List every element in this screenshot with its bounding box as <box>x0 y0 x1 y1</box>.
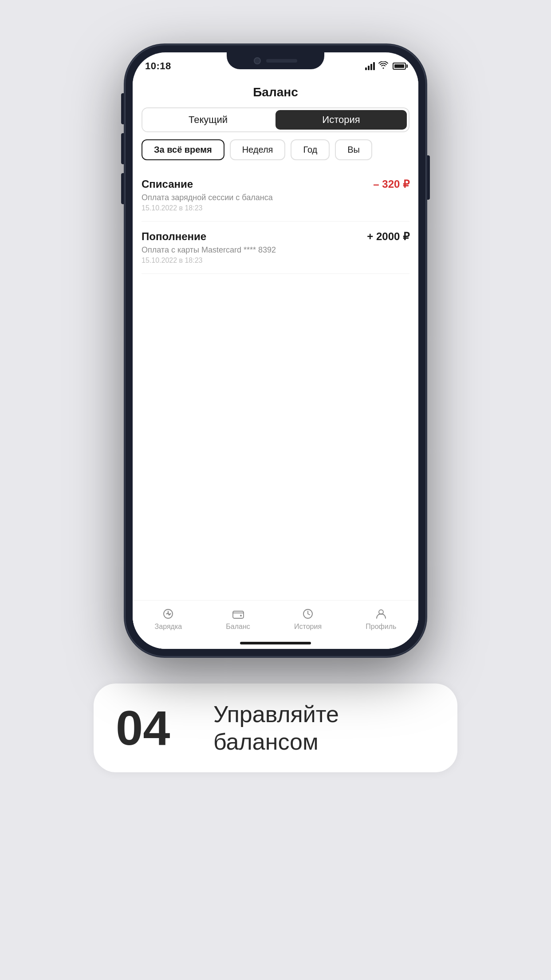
nav-item-balance[interactable]: Баланс <box>226 607 250 631</box>
filter-week[interactable]: Неделя <box>230 139 286 160</box>
transaction-name: Списание <box>142 178 193 190</box>
caption-text: Управляйте балансом <box>213 700 435 756</box>
filter-all-time[interactable]: За всё время <box>142 139 224 160</box>
transaction-name: Пополнение <box>142 230 206 243</box>
transaction-item: Пополнение + 2000 ₽ Оплата с карты Maste… <box>142 221 409 274</box>
nav-item-history[interactable]: История <box>294 607 322 631</box>
front-camera <box>254 57 261 64</box>
phone-screen: 10:18 <box>133 52 418 649</box>
charge-icon <box>161 607 175 621</box>
transaction-header: Пополнение + 2000 ₽ <box>142 230 409 243</box>
tab-switcher[interactable]: Текущий История <box>142 107 409 132</box>
transaction-amount: + 2000 ₽ <box>367 230 409 243</box>
filter-custom[interactable]: Вы <box>335 139 372 160</box>
phone-mockup: 10:18 <box>125 44 426 657</box>
caption-number: 04 <box>116 703 196 752</box>
page-title: Баланс <box>133 76 418 107</box>
transaction-date: 15.10.2022 в 18:23 <box>142 257 409 265</box>
battery-icon <box>393 63 406 70</box>
nav-item-charge[interactable]: Зарядка <box>155 607 182 631</box>
wifi-icon <box>378 61 388 71</box>
transaction-list: Списание – 320 ₽ Оплата зарядной сессии … <box>133 169 418 274</box>
tab-current[interactable]: Текущий <box>142 108 274 131</box>
nav-label-charge: Зарядка <box>155 623 182 631</box>
caption-card: 04 Управляйте балансом <box>94 684 457 772</box>
signal-icon <box>365 62 375 70</box>
nav-item-profile[interactable]: Профиль <box>366 607 396 631</box>
tab-history[interactable]: История <box>276 110 407 130</box>
home-indicator <box>240 642 311 644</box>
speaker <box>266 59 297 63</box>
filter-tabs: За всё время Неделя Год Вы <box>142 139 409 160</box>
svg-point-2 <box>240 615 242 616</box>
svg-rect-1 <box>233 611 244 618</box>
transaction-item: Списание – 320 ₽ Оплата зарядной сессии … <box>142 169 409 221</box>
status-icons <box>365 61 406 71</box>
transaction-header: Списание – 320 ₽ <box>142 178 409 190</box>
transaction-description: Оплата зарядной сессии с баланса <box>142 193 409 202</box>
nav-label-balance: Баланс <box>226 623 250 631</box>
transaction-date: 15.10.2022 в 18:23 <box>142 204 409 212</box>
filter-year[interactable]: Год <box>291 139 330 160</box>
status-time: 10:18 <box>145 60 171 72</box>
wallet-icon <box>231 607 245 621</box>
transaction-description: Оплата с карты Mastercard **** 8392 <box>142 245 409 255</box>
nav-label-profile: Профиль <box>366 623 396 631</box>
transaction-amount: – 320 ₽ <box>373 178 409 190</box>
profile-icon <box>374 607 388 621</box>
notch <box>227 52 324 69</box>
nav-label-history: История <box>294 623 322 631</box>
history-icon <box>301 607 315 621</box>
app-content: Баланс Текущий История За всё время Неде… <box>133 76 418 649</box>
